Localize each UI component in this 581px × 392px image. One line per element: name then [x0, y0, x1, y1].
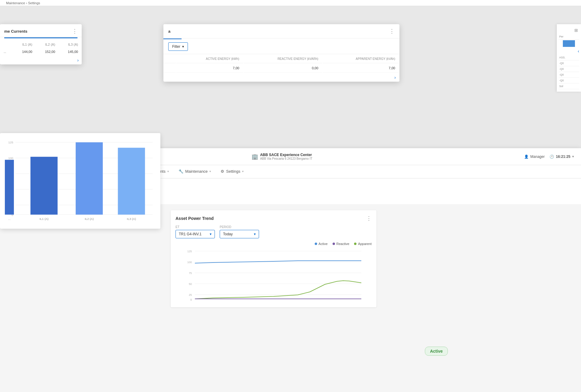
facility-info: ABB SACE Experience Center ABB Via Pesca…: [260, 153, 312, 160]
wc-header: me Currents ⋮: [0, 24, 82, 37]
wc-blue-bar: [4, 37, 77, 38]
rp-left-arrow[interactable]: ‹: [578, 49, 579, 54]
settings-icon: ⚙: [221, 169, 224, 174]
breadcrumb-text: Maintenance › Settings: [6, 1, 40, 5]
apt-period-select[interactable]: Today ▾: [220, 230, 259, 238]
apt-chart-area: 125 100 75 50 25 0: [176, 248, 372, 302]
nav-item-maintenance[interactable]: 🔧 Maintenance ▾: [174, 165, 215, 178]
apt-period-label: Period: [220, 225, 259, 229]
events-chevron: ▾: [167, 170, 169, 173]
wc-nav: ›: [0, 56, 82, 64]
svg-text:0: 0: [190, 298, 192, 301]
legend-active: Active: [315, 242, 328, 246]
wc-row-label: ...: [1, 48, 12, 55]
wc-table-row: ... 144,00 152,00 145,00: [1, 48, 81, 55]
svg-text:125: 125: [187, 250, 192, 253]
nav-label-maintenance: Maintenance: [185, 169, 208, 174]
line-currents-card: me Currents ⋮ IL1 (A) IL2 (A) IL3 (A) ..…: [0, 24, 82, 64]
legend-reactive: Reactive: [333, 242, 350, 246]
wc-col-label: [1, 41, 12, 47]
svg-text:25: 25: [189, 293, 192, 296]
header-right: 👤 Manager 🕐 16:21:25 ▾: [524, 155, 574, 159]
svg-text:…: …: [8, 217, 11, 220]
we-filter-caret: ▾: [182, 44, 184, 49]
apt-controls: et TR1 G4-INV.1 ▾ Period Today ▾: [176, 225, 372, 238]
apt-asset-control: et TR1 G4-INV.1 ▾: [176, 225, 215, 238]
asset-select-caret: ▾: [210, 232, 212, 236]
svg-text:125: 125: [8, 141, 13, 144]
we-title: a: [168, 29, 170, 34]
person-icon: 👤: [524, 155, 529, 159]
nav-item-settings[interactable]: ⚙ Settings ▾: [216, 165, 248, 178]
building-icon: 🏢: [251, 153, 258, 160]
status-active-label: Active: [430, 349, 443, 354]
top-breadcrumb-bar: Maintenance › Settings: [0, 0, 581, 6]
legend-label-apparent: Apparent: [358, 242, 372, 246]
rp-item-ass: ASS.: [559, 55, 579, 60]
we-row-apparent: 7,00: [323, 64, 399, 73]
we-col-name: [164, 55, 176, 63]
bar-chart-svg: 125 100 75 50 25 0 IL1 (A) IL2 (A) IL3 (…: [5, 138, 156, 223]
svg-rect-27: [118, 148, 145, 214]
we-table-header: ACTIVE ENERGY (kWh) REACTIVE ENERGY (kVA…: [164, 55, 399, 63]
rp-item-per: Per: [559, 34, 579, 40]
we-col-active: ACTIVE ENERGY (kWh): [176, 55, 243, 63]
we-col-apparent: APPARENT ENERGY (kVAh): [323, 55, 399, 63]
we-row-active: 7,00: [176, 64, 243, 73]
user-role: Manager: [530, 155, 545, 159]
maintenance-chevron: ▾: [209, 170, 211, 173]
wc-row-il3: 145,00: [59, 48, 81, 55]
svg-rect-26: [76, 142, 103, 215]
energy-table-card: a ⋮ Filter ▾ ACTIVE ENERGY (kWh) REACTIV…: [163, 24, 399, 82]
wc-col-il1: IL1 (A): [13, 41, 35, 47]
apt-legend: Active Reactive Apparent: [176, 242, 372, 246]
we-filter-select[interactable]: Filter ▾: [168, 42, 188, 51]
status-badge: Active: [425, 347, 448, 356]
we-table-row: 7,00 0,00 7,00: [164, 64, 399, 73]
facility-address: ABB Via Pescaria 6 24123 Bergamo IT: [260, 157, 312, 160]
we-col-reactive: REACTIVE ENERGY (kVARh): [244, 55, 322, 63]
wc-table: IL1 (A) IL2 (A) IL3 (A) ... 144,00 152,0…: [0, 41, 82, 56]
rp-item-sol: Sol: [559, 83, 579, 89]
content-area: Asset Power Trend ⋮ et TR1 G4-INV.1 ▾ Pe…: [0, 204, 581, 392]
rp-item-q0-1: -Q0: [559, 60, 579, 66]
facility-name: ABB SACE Experience Center: [260, 153, 312, 157]
we-nav-arrow[interactable]: ›: [394, 75, 396, 80]
apt-chart-svg: 125 100 75 50 25 0: [176, 248, 372, 302]
wc-row-il1: 144,00: [13, 48, 35, 55]
clock-icon: 🕐: [550, 155, 554, 159]
we-menu-button[interactable]: ⋮: [389, 28, 395, 34]
apt-asset-label: et: [176, 225, 215, 229]
legend-dot-reactive: [333, 243, 335, 245]
we-filter-value: Filter: [172, 44, 180, 49]
time-chevron[interactable]: ▾: [572, 155, 574, 158]
user-info: 👤 Manager: [524, 155, 545, 159]
wc-row-il2: 152,00: [36, 48, 58, 55]
svg-text:100: 100: [8, 156, 13, 160]
header-center: 🏢 ABB SACE Experience Center ABB Via Pes…: [251, 153, 312, 160]
svg-text:75: 75: [189, 272, 192, 275]
apt-menu-button[interactable]: ⋮: [366, 215, 372, 222]
apt-title: Asset Power Trend: [176, 216, 214, 221]
rp-item-q0-2: -Q0: [559, 66, 579, 72]
apt-period-control: Period Today ▾: [220, 225, 259, 238]
legend-label-active: Active: [319, 242, 328, 246]
maintenance-icon: 🔧: [179, 169, 183, 174]
legend-dot-apparent: [354, 243, 356, 245]
svg-rect-25: [31, 157, 58, 214]
right-panel: ⊞ Per ‹ ASS. -Q0 -Q0 -Q0 -Q0 Sol: [557, 24, 581, 92]
wc-table-header-row: IL1 (A) IL2 (A) IL3 (A): [1, 41, 81, 47]
legend-apparent: Apparent: [354, 242, 372, 246]
wc-menu-button[interactable]: ⋮: [72, 28, 77, 34]
asset-power-trend-card: Asset Power Trend ⋮ et TR1 G4-INV.1 ▾ Pe…: [171, 210, 376, 307]
we-row-reactive: 0,00: [244, 64, 322, 73]
svg-text:IL3 (A): IL3 (A): [127, 217, 136, 220]
wc-title: me Currents: [4, 29, 28, 34]
settings-chevron: ▾: [242, 170, 244, 173]
apt-card-header: Asset Power Trend ⋮: [176, 215, 372, 222]
svg-text:50: 50: [189, 283, 192, 286]
wc-next-arrow[interactable]: ›: [77, 58, 79, 63]
legend-dot-active: [315, 243, 317, 245]
rp-blue-block: [563, 40, 575, 47]
apt-asset-select[interactable]: TR1 G4-INV.1 ▾: [176, 230, 215, 238]
